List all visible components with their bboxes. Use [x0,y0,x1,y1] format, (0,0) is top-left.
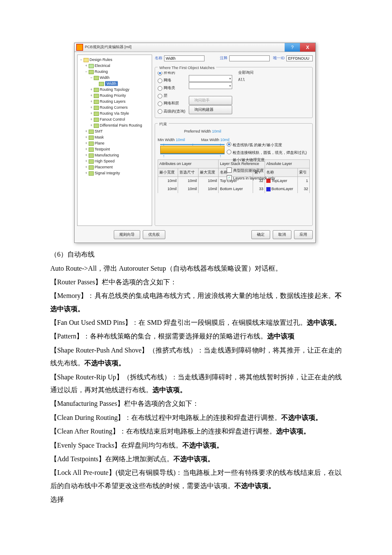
para: Auto Route->All，弹出 Autorouter Setup（自动布线… [50,262,342,275]
min-width-value[interactable]: 10mil [176,138,185,142]
id-input[interactable] [286,55,313,61]
priority-button[interactable]: 优先权 [143,230,165,239]
para: 【Pattern】：各种布线策略的集合，根据需要选择最好的策略进行布线。选中该项 [50,330,342,343]
tree-item[interactable]: Manufacturing [95,153,119,157]
radio-layer[interactable]: 层 [158,92,185,99]
tree-item[interactable]: Signal Integrity [95,171,120,175]
pref-width-value[interactable]: 10mil [212,129,222,133]
rules-tree[interactable]: −Design Rules +Electrical −Routing −Widt… [77,55,152,226]
table-row: 10mil 10mil 10mil Bottom Layer 33 Bottom… [158,185,310,193]
width-bar-icon [160,146,225,153]
id-label: 唯一ID [273,55,285,62]
comment-label: 注释 [220,55,228,62]
radio-netlayer[interactable]: 网络和层 [158,100,185,107]
para: 【Router Passes】栏中各选项的含义如下： [50,276,342,289]
pref-width-label: Preferred Width [184,129,211,133]
radio-check-track[interactable]: 检查线轨/弧 的最大/最小宽度 [227,142,310,149]
match-group: Where The First Object Matches 所有的 网络 网络… [155,67,313,118]
cancel-button[interactable]: 取消 [273,230,291,239]
tree-item[interactable]: High Speed [95,159,115,163]
netclass-combo[interactable] [189,82,232,89]
tree-item[interactable]: Differential Pairs Routing [100,123,142,127]
query-label: 全部询问 [238,69,254,76]
para: 【Shape Router-Push And Shove】（推挤式布线）：当走线… [50,344,342,370]
check-layerstack-only[interactable]: ✓Layers in layerstack only [227,175,310,182]
tree-width-parent[interactable]: Width [100,75,110,80]
para: 【Shape Router-Rip Up】（拆线式布线）：当走线遇到障碍时，将其… [50,371,342,397]
name-label: 名称 [155,55,162,62]
apply-button[interactable]: 应用 [294,230,313,239]
tree-width-selected[interactable]: Width [105,81,118,86]
para: 【Manufacturing Passes】栏中各选项的含义如下： [50,397,342,410]
tree-item[interactable]: Routing Corners [100,105,128,110]
tree-item[interactable]: Testpoint [95,147,110,151]
layer-color-icon [266,187,271,191]
para: 【Lock All Pre-route】(锁定已有铜膜导线)：当电路板上对一些有… [50,466,342,492]
tree-item[interactable]: Plane [95,141,104,145]
title-bar: PCB规则及约束编辑器 [mil] ? X [75,43,315,52]
tree-item[interactable]: Fanout Control [100,117,125,121]
tree-root[interactable]: Design Rules [89,58,112,62]
ok-button[interactable]: 确定 [251,230,270,239]
para: 【Clean During Routing】：在布线过程中对电路板上的连接和焊盘… [50,411,342,424]
tree-electrical[interactable]: Electrical [95,64,110,68]
comment-input[interactable] [229,55,270,61]
net-combo[interactable] [189,75,232,82]
tree-routing[interactable]: Routing [95,69,108,74]
app-icon [76,44,83,51]
document-body: （6）自动布线 Auto Route->All，弹出 Autorouter Se… [50,248,342,506]
query-builder-button[interactable]: 询问构建器 [189,105,232,114]
radio-net[interactable]: 网络 [158,77,185,84]
max-width-label: Max Width [201,138,219,142]
para: 【Evenly Space Tracks】在焊盘间均匀布线。不选中该项。 [50,439,342,452]
window-title: PCB规则及约束编辑器 [mil] [85,43,132,51]
radio-advanced[interactable]: 高级的(查询) [158,108,185,115]
para: 【Clean After Routing】：在布线结束后对电路板上的连接和焊盘进… [50,425,342,438]
para: 【Fan Out Used SMD Pins】：在 SMD 焊盘引出一段铜膜后，… [50,316,342,329]
header-attr: Attributes on Layer [158,159,219,168]
close-button[interactable]: X [300,43,315,52]
para: 【Memory】：具有总线类的集成电路布线方式，用波浪线将大量的地址线，数据线连… [50,289,342,315]
name-input[interactable] [164,55,205,61]
tree-item[interactable]: Routing Via Style [100,111,129,116]
para: （6）自动布线 [50,248,342,261]
tree-item[interactable]: Routing Layers [100,99,126,104]
query-helper-button[interactable]: 询问助手 [189,96,232,105]
constraint-group-title: 约束 [158,121,169,128]
tree-item[interactable]: Routing Priority [100,93,126,98]
check-impedance[interactable]: 典型阻抗驱动宽度 [227,167,310,174]
tree-item[interactable]: SMT [95,129,103,133]
para: 选择 [50,493,342,506]
para: 【Add Testpoints】在网络上增加测试点。不选中该项。 [50,453,342,465]
min-width-label: Min Width [158,138,175,142]
tree-item[interactable]: Routing Topology [100,87,129,92]
help-button[interactable]: ? [285,43,300,52]
tree-item[interactable]: Placement [95,165,113,169]
rule-wizard-button[interactable]: 规则向导 [114,230,140,239]
tree-item[interactable]: Mask [95,135,104,139]
radio-check-copper[interactable]: 检查连接铜线轨，圆弧，填充，焊盘和过孔)最小/最大物理宽度 [227,149,310,164]
constraint-group: 约束 Preferred Width 10mil Min Width 10mil… [155,123,313,226]
dialog-window: PCB规则及约束编辑器 [mil] ? X −Design Rules +Ele… [74,43,316,243]
query-value: All [238,76,254,84]
match-group-title: Where The First Object Matches [158,64,216,72]
radio-netclass[interactable]: 网络类 [158,84,185,92]
